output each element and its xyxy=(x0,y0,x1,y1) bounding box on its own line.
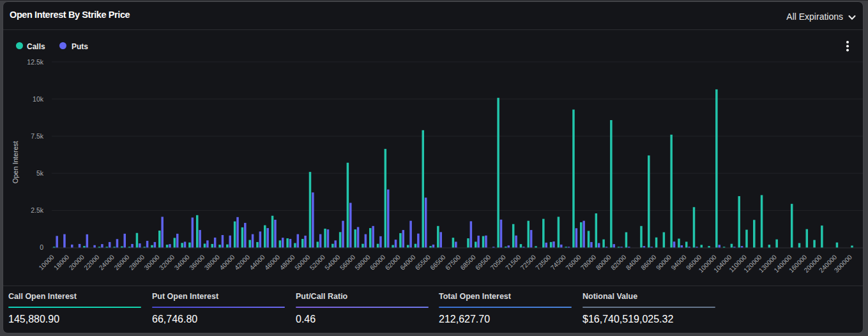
svg-text:48000: 48000 xyxy=(278,254,296,271)
svg-text:0: 0 xyxy=(40,243,43,251)
svg-text:70500: 70500 xyxy=(489,254,507,271)
svg-text:82000: 82000 xyxy=(609,254,627,271)
svg-text:50000: 50000 xyxy=(293,254,311,271)
svg-text:20000: 20000 xyxy=(68,254,86,271)
svg-text:62000: 62000 xyxy=(384,254,402,271)
svg-text:38000: 38000 xyxy=(203,254,221,271)
svg-text:80000: 80000 xyxy=(595,254,613,271)
svg-text:18000: 18000 xyxy=(52,254,70,271)
svg-text:68500: 68500 xyxy=(459,254,477,271)
svg-text:28000: 28000 xyxy=(128,254,146,271)
svg-text:44000: 44000 xyxy=(248,254,266,271)
svg-text:10k: 10k xyxy=(33,95,44,103)
svg-text:78000: 78000 xyxy=(579,254,597,271)
svg-text:22000: 22000 xyxy=(82,254,100,271)
svg-text:86000: 86000 xyxy=(639,254,657,271)
svg-text:84000: 84000 xyxy=(625,254,643,271)
svg-text:10000: 10000 xyxy=(38,254,56,271)
svg-text:60000: 60000 xyxy=(369,254,386,271)
svg-text:52000: 52000 xyxy=(308,254,326,271)
svg-text:24000: 24000 xyxy=(98,254,116,271)
svg-text:56000: 56000 xyxy=(339,254,356,271)
svg-text:36000: 36000 xyxy=(188,254,206,271)
svg-text:30000: 30000 xyxy=(143,254,161,271)
svg-text:2.5k: 2.5k xyxy=(31,206,44,214)
svg-text:26000: 26000 xyxy=(113,254,131,271)
svg-text:34000: 34000 xyxy=(173,254,191,271)
svg-text:67500: 67500 xyxy=(444,254,462,271)
svg-text:72500: 72500 xyxy=(519,254,537,271)
svg-text:69500: 69500 xyxy=(474,254,492,271)
svg-text:Open Interest: Open Interest xyxy=(11,141,19,184)
svg-text:66500: 66500 xyxy=(429,254,446,271)
svg-text:65500: 65500 xyxy=(414,254,432,271)
svg-text:90000: 90000 xyxy=(655,254,673,271)
svg-text:76000: 76000 xyxy=(565,254,582,271)
svg-text:12.5k: 12.5k xyxy=(27,58,43,66)
svg-text:58000: 58000 xyxy=(354,254,372,271)
svg-text:42000: 42000 xyxy=(233,254,251,271)
svg-text:71500: 71500 xyxy=(504,254,522,271)
svg-text:5k: 5k xyxy=(36,169,44,177)
svg-text:7.5k: 7.5k xyxy=(31,132,44,140)
svg-text:94000: 94000 xyxy=(670,254,688,271)
svg-text:40000: 40000 xyxy=(218,254,236,271)
svg-text:64000: 64000 xyxy=(399,254,416,271)
svg-text:73500: 73500 xyxy=(534,254,552,271)
svg-text:54000: 54000 xyxy=(324,254,342,271)
svg-text:74500: 74500 xyxy=(549,254,567,271)
svg-text:46000: 46000 xyxy=(263,254,281,271)
svg-text:32000: 32000 xyxy=(158,254,176,271)
